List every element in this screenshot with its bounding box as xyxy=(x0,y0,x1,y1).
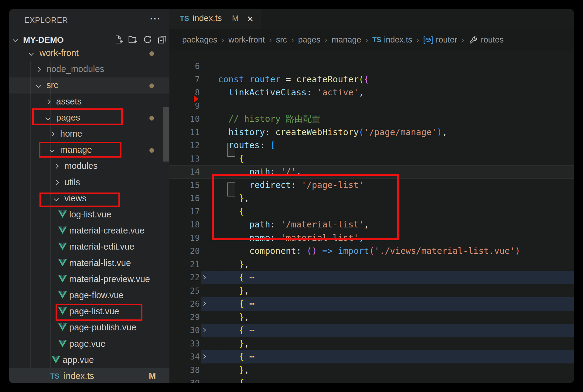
code-line[interactable]: { ⋯ xyxy=(218,271,254,284)
tab-bar: TS index.ts M ✕ xyxy=(169,9,574,29)
code-line[interactable]: component: () => import('./views/materia… xyxy=(218,244,520,258)
git-deleted-marker-icon xyxy=(194,96,199,102)
code-area[interactable]: 67const router = createRouter({8 linkAct… xyxy=(169,51,574,383)
breadcrumb-item-manage[interactable]: manage xyxy=(332,35,361,45)
vscode-window: EXPLORER ··· MY-DEMO work-frontnode_m xyxy=(9,9,574,383)
close-icon[interactable]: ✕ xyxy=(244,13,256,25)
line-number: 25 xyxy=(169,284,200,298)
breadcrumb-item-work-front[interactable]: work-front xyxy=(228,35,265,45)
tree-item-log-list-vue[interactable]: log-list.vue xyxy=(9,207,169,223)
tree-item-label: node_modules xyxy=(46,64,104,74)
tree-item-label: utils xyxy=(64,177,80,187)
breadcrumb-item-routes[interactable]: routes xyxy=(468,35,503,45)
code-line[interactable]: }, xyxy=(218,284,249,298)
line-number: 18 xyxy=(169,218,200,231)
line-number: 15 xyxy=(169,179,200,192)
tree-item-index-ts[interactable]: TSindex.tsM xyxy=(9,368,169,383)
breadcrumb-item-router[interactable]: router xyxy=(423,35,457,45)
code-line[interactable]: history: createWebHistory('/page/manage'… xyxy=(218,126,447,139)
breadcrumb-label: manage xyxy=(332,35,361,45)
tree-item-label: page-flow.vue xyxy=(69,290,124,300)
line-number: 34 xyxy=(169,350,200,363)
tree-item-app-vue[interactable]: app.vue xyxy=(9,352,169,368)
line-number: 17 xyxy=(169,205,200,218)
line-number: 22 xyxy=(169,271,200,284)
fold-expand-icon[interactable] xyxy=(202,271,208,284)
line-number: 38 xyxy=(169,363,200,377)
chevron-right-icon[interactable] xyxy=(54,180,59,185)
tree-item-label: src xyxy=(46,80,58,90)
tree-item-page-vue[interactable]: page.vue xyxy=(9,336,169,352)
tree-item-modules[interactable]: modules xyxy=(9,158,169,174)
breadcrumb-separator-icon: › xyxy=(324,35,328,45)
breadcrumb-item-packages[interactable]: packages xyxy=(182,35,217,45)
chevron-down-icon[interactable] xyxy=(36,83,41,88)
code-line[interactable]: linkActiveClass: 'active', xyxy=(218,86,364,99)
breadcrumb-label: index.ts xyxy=(384,35,412,45)
breadcrumb-label: pages xyxy=(298,35,321,45)
tree-item-src[interactable]: src xyxy=(9,77,169,94)
breadcrumb-separator-icon: › xyxy=(221,35,225,45)
fold-expand-icon[interactable] xyxy=(202,350,208,363)
tree-item-label: material-create.vue xyxy=(69,226,145,236)
vue-file-icon xyxy=(58,275,67,283)
fold-expand-icon[interactable] xyxy=(202,297,208,311)
typescript-file-icon: TS xyxy=(180,14,189,23)
tree-item-page-flow-vue[interactable]: page-flow.vue xyxy=(9,288,169,304)
chevron-down-icon[interactable] xyxy=(29,51,34,56)
tree-item-material-list-vue[interactable]: material-list.vue xyxy=(9,255,169,271)
annotation-box-views xyxy=(39,193,120,207)
tree-item-page-publish-vue[interactable]: page-publish.vue xyxy=(9,320,169,336)
vue-file-icon xyxy=(58,340,67,348)
code-line[interactable]: { ⋯ xyxy=(218,324,254,337)
folded-region-highlight xyxy=(201,297,574,311)
folded-region-highlight xyxy=(201,271,574,284)
code-line[interactable]: }, xyxy=(218,258,249,271)
breadcrumb-separator-icon: › xyxy=(416,35,420,45)
code-line[interactable]: const router = createRouter({ xyxy=(218,73,369,86)
line-number: 19 xyxy=(169,231,200,245)
breadcrumb-item-pages[interactable]: pages xyxy=(298,35,321,45)
chevron-right-icon[interactable] xyxy=(46,99,51,104)
tree-item-node-modules[interactable]: node_modules xyxy=(9,61,169,77)
line-number: 16 xyxy=(169,192,200,205)
tree-item-home[interactable]: home xyxy=(9,126,169,142)
chevron-right-icon[interactable] xyxy=(54,164,59,169)
code-line[interactable]: { xyxy=(218,377,244,383)
tree-item-material-create-vue[interactable]: material-create.vue xyxy=(9,223,169,239)
code-line[interactable]: { ⋯ xyxy=(218,297,254,311)
typescript-file-icon: TS xyxy=(50,372,60,380)
tree-item-label: log-list.vue xyxy=(69,210,111,220)
tree-item-label: assets xyxy=(56,97,82,107)
code-line[interactable]: // history 路由配置 xyxy=(218,112,320,126)
tab-modified-badge: M xyxy=(232,14,239,23)
tree-item-utils[interactable]: utils xyxy=(9,175,169,191)
tree-item-work-front[interactable]: work-front xyxy=(9,45,169,61)
chevron-right-icon[interactable] xyxy=(49,131,55,137)
sidebar-scrollbar[interactable] xyxy=(163,107,169,162)
fold-expand-icon[interactable] xyxy=(202,324,208,337)
tree-item-assets[interactable]: assets xyxy=(9,94,169,110)
line-number: 12 xyxy=(169,139,200,152)
line-number: 21 xyxy=(169,258,200,271)
breadcrumb-label: src xyxy=(276,35,287,45)
vue-file-icon xyxy=(58,227,67,234)
line-number: 39 xyxy=(169,377,200,383)
line-number: 30 xyxy=(169,324,200,337)
tab-index-ts[interactable]: TS index.ts M ✕ xyxy=(169,9,261,29)
code-line[interactable]: }, xyxy=(218,337,249,350)
line-number: 7 xyxy=(169,73,200,86)
breadcrumb-item-index-ts[interactable]: TSindex.ts xyxy=(372,35,412,45)
breadcrumb-separator-icon: › xyxy=(269,35,272,45)
breadcrumb-label: router xyxy=(436,35,457,45)
code-line[interactable]: }, xyxy=(218,311,249,324)
tree-item-label: home xyxy=(60,129,82,139)
breadcrumb-item-src[interactable]: src xyxy=(276,35,287,45)
code-line[interactable]: }, xyxy=(218,363,249,377)
tree-item-material-preview-vue[interactable]: material-preview.vue xyxy=(9,271,169,288)
annotation-box-manage xyxy=(39,142,121,158)
tree-item-material-edit-vue[interactable]: material-edit.vue xyxy=(9,239,169,255)
code-line[interactable]: { ⋯ xyxy=(218,350,254,363)
chevron-right-icon[interactable] xyxy=(36,67,41,72)
code-line[interactable]: routes: [ xyxy=(218,139,275,152)
